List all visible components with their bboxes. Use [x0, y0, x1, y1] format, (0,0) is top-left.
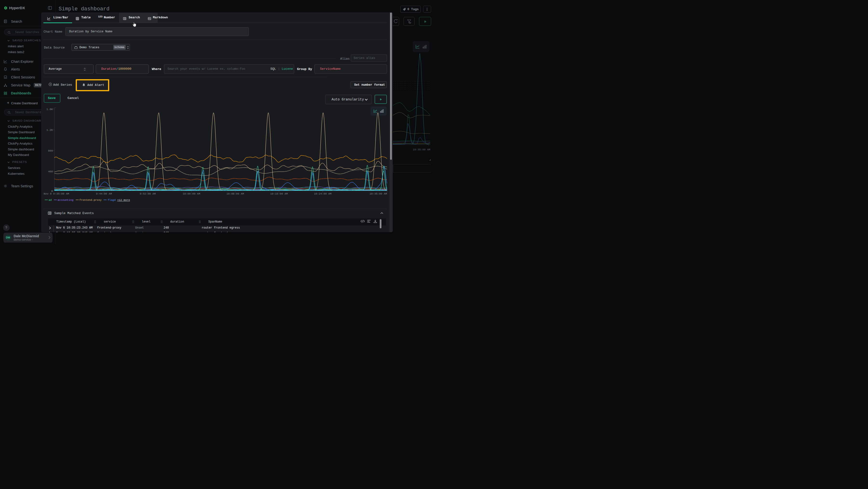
- svg-text:frontend-proxy: frontend-proxy: [79, 199, 102, 202]
- svg-text:1.6K: 1.6K: [46, 108, 53, 111]
- svg-text:10:16:00 AM: 10:16:00 AM: [270, 192, 288, 195]
- svg-text:9:52:00 AM: 9:52:00 AM: [140, 192, 156, 195]
- svg-text:ad: ad: [49, 199, 52, 202]
- svg-text:10:00:00 AM: 10:00:00 AM: [183, 192, 200, 195]
- svg-text:+12 more: +12 more: [117, 199, 130, 202]
- svg-text:flagd: flagd: [108, 199, 116, 202]
- svg-text:0: 0: [51, 190, 53, 192]
- svg-text:Nov 6 9:35:00 AM: Nov 6 9:35:00 AM: [44, 192, 69, 195]
- svg-text:9:44:00 AM: 9:44:00 AM: [96, 192, 112, 195]
- svg-text:10:24:00 AM: 10:24:00 AM: [314, 192, 332, 195]
- svg-text:1.2K: 1.2K: [46, 128, 53, 131]
- svg-text:800: 800: [48, 149, 53, 152]
- svg-text:10:08:00 AM: 10:08:00 AM: [226, 192, 244, 195]
- svg-text:10:35:00 AM: 10:35:00 AM: [369, 192, 387, 195]
- svg-text:accounting: accounting: [58, 199, 73, 202]
- svg-text:400: 400: [48, 170, 53, 173]
